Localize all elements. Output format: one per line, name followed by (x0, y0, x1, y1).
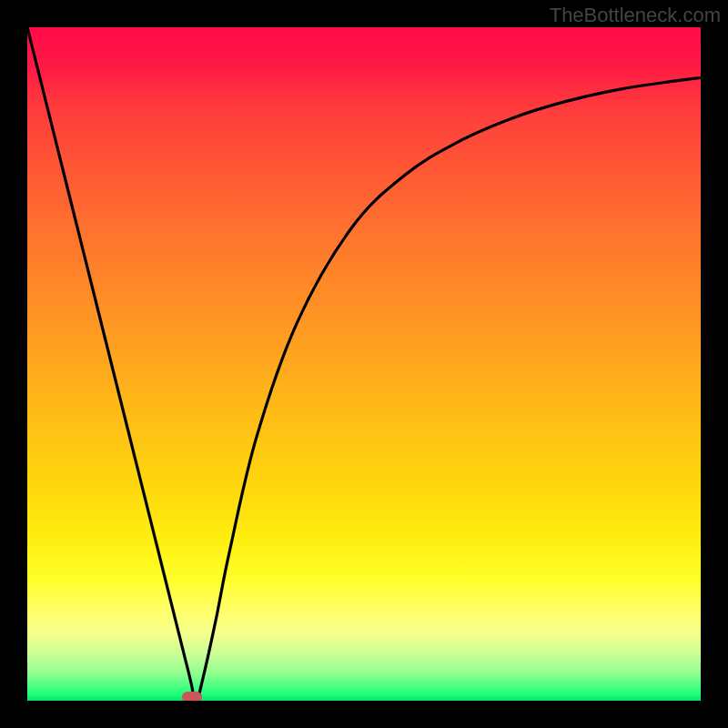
optimum-marker (182, 692, 202, 701)
plot-area (27, 27, 701, 701)
watermark-text: TheBottleneck.com (550, 4, 721, 27)
bottleneck-curve (27, 27, 701, 701)
chart-frame: TheBottleneck.com (0, 0, 728, 728)
curve-layer (27, 27, 701, 701)
